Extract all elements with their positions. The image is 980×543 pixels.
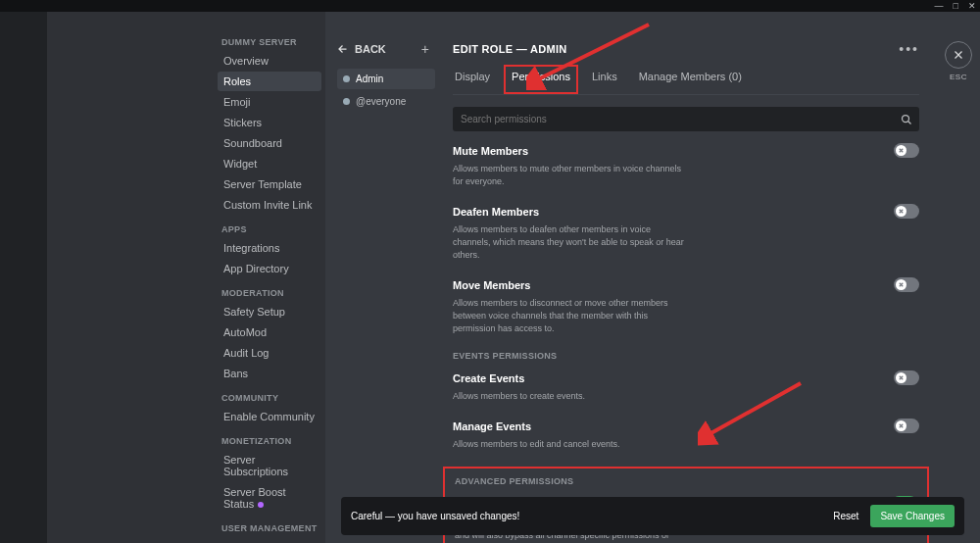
right-margin [943,12,980,543]
advanced-heading: ADVANCED PERMISSIONS [455,476,917,486]
window-minimize[interactable]: — [935,1,944,11]
add-role-button[interactable]: + [421,41,429,57]
save-changes-button[interactable]: Save Changes [870,505,955,527]
window-maximize[interactable]: □ [954,1,958,11]
toggle-mute[interactable] [894,143,919,158]
nav-heading-user-mgmt: USER MANAGEMENT [221,523,321,533]
perm-deafen-members: Deafen Members Allows members to deafen … [453,204,919,262]
nav-heading-moderation: MODERATION [221,288,321,298]
sidebar-item-roles[interactable]: Roles [218,72,321,91]
tab-manage-members[interactable]: Manage Members (0) [637,71,744,94]
perm-title: Mute Members [453,145,528,157]
sidebar-item-emoji[interactable]: Emoji [218,92,321,112]
close-label: ESC [945,73,972,81]
events-heading: EVENTS PERMISSIONS [453,351,919,361]
perm-manage-events: Manage Events Allows members to edit and… [453,419,919,451]
roles-list-panel: BACK + Admin @everyone [325,12,441,543]
perm-mute-members: Mute Members Allows members to mute othe… [453,143,919,188]
perm-desc: Allows members to create events. [453,390,686,403]
unsaved-changes-bar: Careful — you have unsaved changes! Rese… [341,497,964,535]
editor-tabs: Display Permissions Links Manage Members… [453,71,919,95]
perm-title: Manage Events [453,420,531,432]
close-settings-button[interactable] [945,41,972,69]
window-titlebar: — □ ✕ [0,0,980,12]
toggle-move[interactable] [894,277,919,292]
perm-desc: Allows members to mute other members in … [453,163,686,188]
sidebar-item-members[interactable]: Members [218,537,321,543]
left-spacer [47,12,208,543]
sidebar-item-integrations[interactable]: Integrations [218,238,321,258]
role-color-dot [343,98,350,105]
settings-sidebar: DUMMY SERVER Overview Roles Emoji Sticke… [208,12,325,543]
role-editor: EDIT ROLE — ADMIN ••• Display Permission… [441,12,943,543]
close-icon [952,48,965,62]
svg-point-0 [903,115,909,122]
boost-dot-icon [258,502,264,508]
sidebar-item-safety[interactable]: Safety Setup [218,302,321,321]
perm-title: Create Events [453,372,524,384]
role-item-everyone[interactable]: @everyone [337,91,435,112]
perm-desc: Allows members to edit and cancel events… [453,438,686,451]
toggle-manage-events[interactable] [894,419,919,433]
sidebar-item-bans[interactable]: Bans [218,364,321,383]
sidebar-item-subscriptions[interactable]: Server Subscriptions [218,450,321,481]
sidebar-item-widget[interactable]: Widget [218,154,321,173]
toggle-deafen[interactable] [894,204,919,219]
perm-title: Deafen Members [453,206,539,218]
perm-move-members: Move Members Allows members to disconnec… [453,277,919,335]
nav-heading-apps: APPS [221,224,321,234]
nav-heading-community: COMMUNITY [221,393,321,403]
role-color-dot [343,75,350,82]
sidebar-item-server-template[interactable]: Server Template [218,174,321,194]
perm-title: Move Members [453,279,530,291]
perm-desc: Allows members to disconnect or move oth… [453,297,686,335]
sidebar-item-boost[interactable]: Server Boost Status [218,482,321,514]
guild-rail [0,12,47,543]
more-options-button[interactable]: ••• [899,41,919,57]
sidebar-item-soundboard[interactable]: Soundboard [218,133,321,153]
toggle-create-events[interactable] [894,370,919,385]
sidebar-item-automod[interactable]: AutoMod [218,322,321,342]
search-icon [901,114,912,125]
sidebar-item-overview[interactable]: Overview [218,51,321,71]
sidebar-item-stickers[interactable]: Stickers [218,113,321,132]
perm-create-events: Create Events Allows members to create e… [453,370,919,403]
window-close[interactable]: ✕ [968,1,976,11]
tab-permissions[interactable]: Permissions [510,71,572,94]
unsaved-message: Careful — you have unsaved changes! [351,511,519,521]
perm-desc: Allows members to deafen other members i… [453,223,686,262]
tab-links[interactable]: Links [590,71,619,94]
sidebar-item-app-directory[interactable]: App Directory [218,259,321,278]
sidebar-item-audit-log[interactable]: Audit Log [218,343,321,363]
search-permissions-input[interactable] [453,107,919,131]
role-item-admin[interactable]: Admin [337,69,435,89]
tab-display[interactable]: Display [453,71,492,94]
close-panel: ESC [945,41,972,81]
sidebar-item-enable-community[interactable]: Enable Community [218,407,321,426]
sidebar-item-custom-invite[interactable]: Custom Invite Link [218,195,321,215]
back-button[interactable]: BACK [337,43,386,55]
reset-button[interactable]: Reset [833,511,858,521]
editor-title: EDIT ROLE — ADMIN [453,43,567,55]
arrow-left-icon [337,43,349,55]
nav-heading-server: DUMMY SERVER [221,37,321,47]
nav-heading-monetization: MONETIZATION [221,436,321,446]
